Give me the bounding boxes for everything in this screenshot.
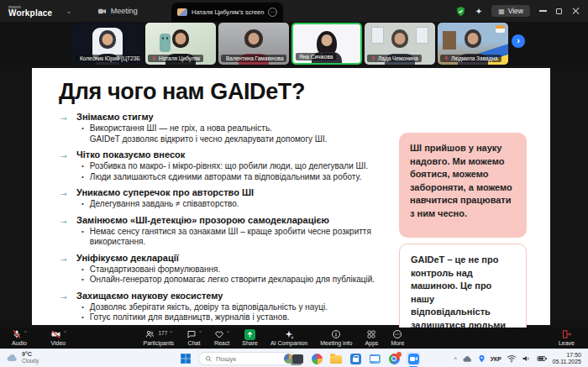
titlebar-right-controls: ✦ ▦ View	[455, 0, 580, 22]
view-button[interactable]: ▦ View	[491, 5, 530, 17]
tab-options-icon[interactable]: ⋯	[268, 8, 277, 17]
taskbar-app-chrome[interactable]	[387, 352, 401, 365]
apps-button[interactable]: Apps	[365, 329, 378, 347]
chevron-up-icon[interactable]: ^	[199, 329, 202, 336]
windows-taskbar: 9°C Cloudy ^ УКР	[0, 349, 588, 367]
tab-shared-screen[interactable]: Наталя Цибуляк's screen ⋯	[171, 3, 283, 22]
taskbar-app-taskview[interactable]	[291, 352, 304, 365]
battery-icon[interactable]	[537, 354, 548, 363]
slide-section: → Замінюємо «ШІ-детекцію» прозорою самод…	[59, 214, 391, 248]
ai-sparkle-icon	[284, 329, 295, 340]
arrow-bullet-icon: →	[59, 186, 69, 198]
windows-start-button[interactable]	[180, 353, 192, 364]
bullet-text: Використання ШІ — не гріх, а нова реальн…	[90, 123, 328, 144]
participants-count: 177	[158, 330, 167, 337]
chevron-up-icon[interactable]: ^	[64, 329, 66, 336]
slide-section: → Чітко показуємо внесок •Розбивка по ма…	[59, 149, 391, 182]
heart-icon	[214, 329, 224, 339]
participant-tile-hamaiunova[interactable]: Валентина Гамаюнова	[218, 23, 289, 65]
wifi-icon[interactable]	[507, 354, 517, 363]
chevron-up-icon[interactable]: ^	[227, 329, 229, 336]
presentation-slide: Для чого нам GAIDeT? → Знімаємо стигму •…	[32, 68, 550, 325]
ai-companion-button[interactable]: AI Companion	[270, 329, 307, 347]
video-button[interactable]: ^ Video	[50, 329, 66, 347]
language-indicator[interactable]: УКР	[491, 356, 501, 362]
view-label: View	[508, 7, 523, 15]
audio-button[interactable]: ^ Audio	[12, 329, 27, 347]
taskbar-app-explorer[interactable]	[329, 352, 343, 365]
bullet-dot-icon: •	[81, 265, 84, 275]
chat-button[interactable]: ^ Chat	[186, 329, 202, 347]
leave-meeting-icon	[561, 329, 572, 339]
zoom-workplace-logo: zoom Workplace	[8, 4, 52, 18]
minimize-icon[interactable]	[539, 10, 547, 12]
maximize-icon[interactable]	[556, 8, 562, 14]
participant-tile-chemonyna[interactable]: Лада Чемонина	[365, 23, 435, 65]
tray-time: 17:50	[552, 352, 581, 359]
participant-tile-zavadna[interactable]: Людмила Завадна	[438, 23, 508, 65]
participant-name-pill: Наталя Цибуляк	[148, 55, 203, 62]
more-ellipsis-icon	[392, 329, 402, 339]
react-button[interactable]: ^ React	[214, 329, 229, 347]
share-screen-icon	[244, 329, 255, 340]
close-icon[interactable]	[571, 7, 580, 15]
taskbar-app-zoom-active[interactable]	[407, 352, 420, 365]
ai-companion-label: AI Companion	[270, 340, 307, 347]
meeting-toolbar: ^ Audio ^ Video 177 ^ Participants	[0, 328, 588, 349]
chat-bubble-icon	[186, 329, 197, 339]
mic-off-icon	[370, 55, 376, 61]
chevron-up-icon[interactable]: ^	[170, 329, 172, 336]
taskbar-app-photos[interactable]	[310, 352, 323, 365]
share-label: Share	[242, 340, 258, 347]
taskbar-app-store[interactable]	[349, 352, 362, 365]
taskbar-search[interactable]	[198, 352, 297, 365]
participant-tile-tsybuliak[interactable]: Наталя Цибуляк	[145, 23, 216, 65]
react-label: React	[214, 340, 229, 347]
volume-icon[interactable]	[522, 354, 532, 363]
ai-sparkle-icon[interactable]: ✦	[475, 7, 482, 16]
zoom-icon	[408, 354, 419, 364]
more-button[interactable]: More	[391, 329, 404, 347]
mail-icon	[370, 354, 381, 364]
bullet-dot-icon: •	[81, 275, 84, 286]
participant-tile-kolesnyk[interactable]: Колесник Юрий (ЦТ23Б)	[72, 23, 143, 65]
weather-temperature: 9°C	[22, 351, 39, 358]
tray-date: 05.11.2025	[552, 359, 581, 365]
mic-off-icon	[12, 329, 22, 339]
folder-icon	[330, 355, 342, 364]
participant-name: Наталя Цибуляк	[159, 55, 200, 61]
meeting-info-button[interactable]: Meeting info	[320, 329, 352, 347]
bullet-text: Немає сенсу ганятися за ознаками ШІ – кр…	[90, 227, 391, 248]
bullet-dot-icon: •	[81, 123, 84, 144]
chevron-up-icon[interactable]: ^	[24, 329, 27, 336]
chrome-icon	[389, 354, 400, 364]
search-input[interactable]	[216, 355, 276, 363]
security-shield-icon[interactable]	[455, 6, 466, 17]
leave-button[interactable]: Leave	[559, 329, 575, 347]
bullet-dot-icon: •	[81, 227, 84, 248]
participant-name-pill: Лада Чемонина	[367, 55, 422, 62]
tab-meeting[interactable]: Meeting	[97, 7, 138, 16]
next-participants-button[interactable]: ›	[512, 34, 525, 48]
participant-tile-sychikova-active-speaker[interactable]: Яна Сичікова	[291, 23, 362, 65]
bullet-dot-icon: •	[81, 302, 84, 313]
chat-label: Chat	[188, 340, 201, 347]
slide-section: → Захищаємо наукову екосистему •Дозволяє…	[59, 290, 391, 323]
taskbar-clock[interactable]: 17:50 05.11.2025	[552, 352, 581, 366]
section-heading: Захищаємо наукову екосистему	[76, 291, 223, 301]
bullet-text: Онлайн-генератор допомагає легко створит…	[90, 275, 375, 286]
participant-name-pill: Людмила Завадна	[440, 55, 501, 62]
chevron-down-icon[interactable]: ⌄	[66, 7, 72, 15]
weather-widget[interactable]: 9°C Cloudy	[6, 351, 39, 364]
tray-chevron-up-icon[interactable]: ^	[454, 356, 456, 362]
onedrive-cloud-icon[interactable]	[462, 354, 473, 363]
taskbar-app-mail[interactable]	[368, 352, 381, 365]
arrow-bullet-icon: →	[59, 252, 69, 264]
share-button[interactable]: Share	[242, 329, 258, 347]
cloud-icon	[6, 353, 18, 362]
store-icon	[350, 354, 361, 364]
video-thumbnails-strip: Колесник Юрий (ЦТ23Б) Наталя Цибуляк Вал…	[0, 22, 588, 66]
location-pin-icon[interactable]	[478, 354, 486, 364]
castle-background	[443, 31, 456, 50]
participants-button[interactable]: 177 ^ Participants	[144, 329, 175, 347]
